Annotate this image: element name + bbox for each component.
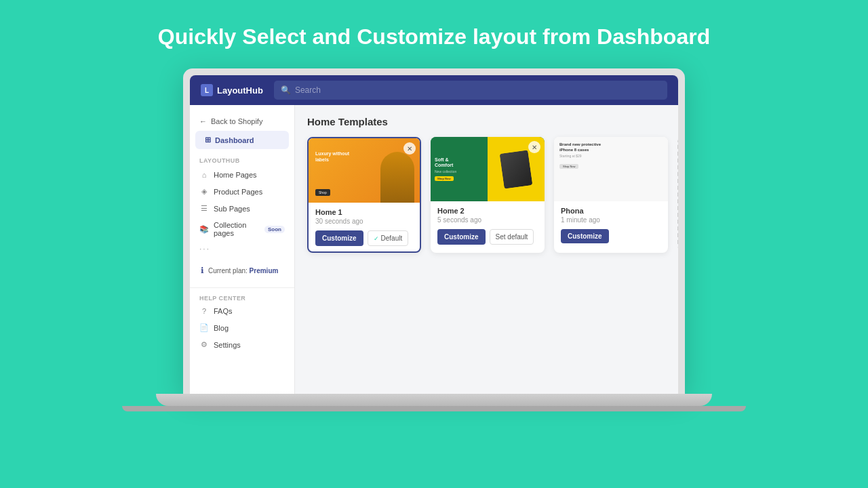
card-time-home1: 30 seconds ago (315, 218, 413, 225)
sidebar-item-blog[interactable]: 📄 Blog (190, 319, 294, 336)
card-name-home1: Home 1 (315, 208, 413, 216)
laptop-base (156, 394, 712, 406)
close-button-home2[interactable]: ✕ (528, 141, 540, 153)
thumb-btn: Shop (315, 189, 330, 196)
thumb-phona-content: Brand new protectiveiPhone 8 cases Start… (559, 142, 601, 170)
card-thumb-home2: Soft &Comfort New collection Shop Now (431, 137, 545, 201)
sidebar-item-faqs[interactable]: ? FAQs (190, 303, 294, 319)
card-info-home2: Home 2 5 seconds ago Customize Set defau… (431, 201, 545, 250)
card-actions-phona: Customize (561, 229, 661, 243)
thumb-phona-sub: Starting at $29 (559, 154, 601, 158)
card-info-phona: Phona 1 minute ago Customize (554, 201, 668, 249)
app-topbar: L LayoutHub 🔍 Search (190, 75, 678, 105)
search-bar[interactable]: 🔍 Search (274, 81, 667, 100)
card-time-phona: 1 minute ago (561, 216, 661, 224)
home-icon: ⌂ (199, 171, 209, 179)
plan-text: Current plan: Premium (208, 267, 278, 274)
template-card-phona: Brand new protectiveiPhone 8 cases Start… (554, 137, 668, 253)
blog-label: Blog (214, 324, 229, 332)
card-actions-home2: Customize Set default (437, 229, 538, 245)
thumb-phona-text: Brand new protectiveiPhone 8 cases (559, 142, 601, 153)
thumb-home1-text: Luxury withoutlabels (315, 150, 349, 163)
close-button-home1[interactable]: ✕ (403, 142, 416, 155)
card-thumb-phona: Brand new protectiveiPhone 8 cases Start… (554, 137, 668, 201)
card-info-home1: Home 1 30 seconds ago Customize ✓ Defaul… (309, 203, 420, 251)
add-template-card[interactable]: + (677, 137, 678, 251)
app-logo: L LayoutHub (201, 84, 263, 96)
sidebar: ← Back to Shopify ⊞ Dashboard LAYOUTHUB … (190, 105, 295, 394)
sidebar-item-sub-pages[interactable]: ☰ Sub Pages (190, 200, 294, 217)
customize-button-home2[interactable]: Customize (437, 229, 486, 245)
nav-collection-pages: Collection pages (214, 221, 258, 237)
thumb-phona-bg: Brand new protectiveiPhone 8 cases Start… (554, 137, 668, 201)
search-placeholder: Search (295, 85, 321, 95)
laptop-wrapper: L LayoutHub 🔍 Search ← Back to Shopify (176, 68, 692, 411)
sidebar-item-settings[interactable]: ⚙ Settings (190, 336, 294, 353)
sub-pages-icon: ☰ (199, 204, 209, 213)
template-card-home2: ✕ Soft &Comfort New collection Shop Now (431, 137, 545, 253)
faq-icon: ? (199, 307, 209, 315)
sidebar-back-button[interactable]: ← Back to Shopify (190, 113, 294, 129)
blog-icon: 📄 (199, 323, 209, 332)
template-card-home1: ✕ Luxury withoutlabels Shop Home 1 (307, 137, 421, 253)
dashboard-icon: ⊞ (205, 136, 211, 144)
logo-icon: L (201, 84, 213, 96)
plan-premium: Premium (250, 267, 279, 274)
thumb-product-inner (500, 150, 533, 188)
card-name-phona: Phona (561, 207, 661, 215)
settings-icon: ⚙ (199, 340, 209, 349)
thumb-phona-btn: Shop Now (559, 164, 578, 169)
customize-button-phona[interactable]: Customize (561, 229, 609, 243)
sidebar-item-product-pages[interactable]: ◈ Product Pages (190, 183, 294, 200)
default-button-home1[interactable]: ✓ Default (368, 230, 409, 246)
check-icon: ✓ (374, 235, 379, 242)
sidebar-item-collection-pages[interactable]: 📚 Collection pages Soon (190, 217, 294, 241)
search-icon: 🔍 (281, 85, 291, 95)
app-body: ← Back to Shopify ⊞ Dashboard LAYOUTHUB … (190, 105, 678, 394)
nav-product-pages: Product Pages (214, 188, 262, 196)
product-icon: ◈ (199, 187, 209, 196)
faq-label: FAQs (214, 307, 233, 315)
plan-icon: ℹ (201, 266, 204, 275)
card-time-home2: 5 seconds ago (437, 216, 538, 224)
page-title: Home Templates (307, 116, 666, 127)
plan-label: Current plan: (208, 267, 248, 274)
nav-section-label: LAYOUTHUB (190, 150, 294, 167)
templates-grid: ✕ Luxury withoutlabels Shop Home 1 (307, 137, 666, 253)
settings-label: Settings (214, 341, 241, 349)
set-default-button-home2[interactable]: Set default (490, 229, 534, 245)
nav-home-pages: Home Pages (214, 171, 257, 179)
thumb-home2-btn: Shop Now (435, 176, 454, 181)
thumb-home2-bg: Soft &Comfort New collection Shop Now (431, 137, 545, 201)
card-actions-home1: Customize ✓ Default (315, 230, 413, 246)
collection-icon: 📚 (199, 225, 209, 234)
hero-title: Quickly Select and Customize layout from… (158, 24, 710, 49)
main-content: Home Templates ✕ Luxury withoutlabels Sh… (295, 105, 678, 394)
thumb-home2-left: Soft &Comfort New collection Shop Now (431, 137, 493, 201)
logo-text: LayoutHub (217, 85, 263, 96)
customize-button-home1[interactable]: Customize (315, 230, 363, 246)
thumb-home2-sub: New collection (435, 169, 456, 174)
help-section-label: HELP CENTER (190, 291, 294, 303)
dashboard-label: Dashboard (215, 136, 254, 144)
card-name-home2: Home 2 (437, 207, 538, 215)
divider (190, 287, 294, 288)
default-label: Default (381, 235, 403, 242)
sidebar-item-home-pages[interactable]: ⌂ Home Pages (190, 167, 294, 183)
more-dots: ··· (190, 241, 294, 256)
back-label: Back to Shopify (211, 117, 262, 125)
thumb-home2-title: Soft &Comfort (435, 157, 453, 169)
thumb-product-img (500, 150, 533, 188)
sidebar-item-dashboard[interactable]: ⊞ Dashboard (195, 131, 289, 149)
laptop-screen-outer: L LayoutHub 🔍 Search ← Back to Shopify (183, 68, 685, 394)
thumb-person (380, 152, 414, 203)
back-arrow-icon: ← (199, 117, 207, 125)
plan-section: ℹ Current plan: Premium (195, 262, 289, 279)
laptop-foot (122, 406, 746, 411)
soon-badge: Soon (264, 226, 285, 233)
app-window: L LayoutHub 🔍 Search ← Back to Shopify (190, 75, 678, 394)
nav-sub-pages: Sub Pages (214, 205, 250, 213)
